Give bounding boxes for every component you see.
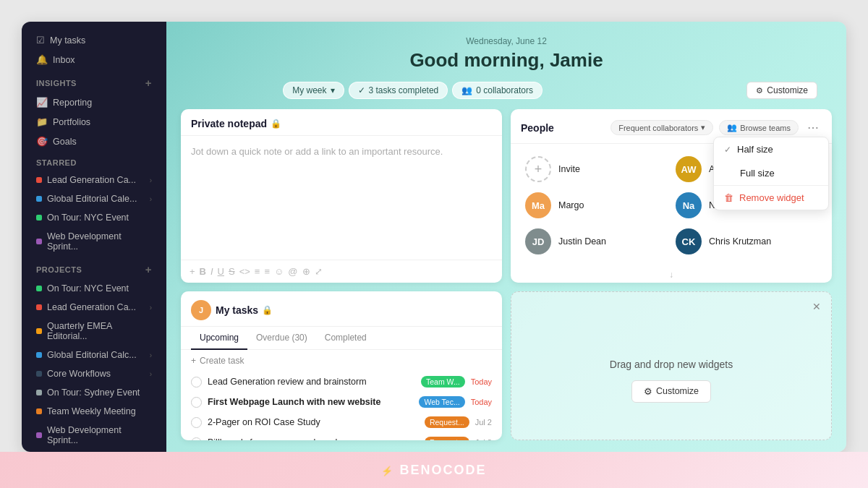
bottom-bar: ⚡ BENOCODE [0, 452, 868, 488]
task-checkbox[interactable] [191, 417, 202, 428]
task-name: Lead Generation review and brainstorm [208, 377, 415, 387]
bold-icon[interactable]: B [200, 266, 206, 277]
reporting-icon: 📈 [36, 97, 48, 108]
tab-completed[interactable]: Completed [316, 327, 375, 350]
sidebar-top: ☑ My tasks 🔔 Inbox Insights + 📈 Reportin… [22, 22, 166, 452]
beta-icon: ⚡ [381, 466, 394, 476]
sidebar-item-portfolios[interactable]: 📁 Portfolios [30, 114, 158, 130]
expand-icon[interactable]: ⤢ [315, 266, 323, 277]
code-icon[interactable]: <> [239, 266, 250, 277]
task-checkbox[interactable] [191, 377, 202, 388]
person-chris[interactable]: CK Chris Krutzman [671, 223, 822, 260]
notepad-card: Private notepad 🔒 Jot down a quick note … [181, 109, 502, 283]
avatar-justin: JD [525, 228, 551, 254]
close-drag-area-button[interactable]: ✕ [809, 298, 824, 315]
person-justin[interactable]: JD Justin Dean [521, 223, 671, 260]
table-row[interactable]: First Webpage Launch with new website We… [181, 392, 502, 412]
dropdown-half-size[interactable]: ✓ Half size [714, 137, 828, 161]
people-options-button[interactable]: ⋯ [804, 118, 822, 137]
sidebar-item-sydney[interactable]: On Tour: Sydney Event [30, 385, 158, 401]
projects-add-button[interactable]: + [145, 263, 152, 275]
browse-teams-pill[interactable]: 👥 Browse teams [719, 120, 799, 135]
tab-upcoming[interactable]: Upcoming [191, 327, 247, 350]
benocode-logo: ⚡ BENOCODE [381, 463, 486, 478]
task-name: Billboards for new season launch [208, 437, 419, 440]
week-selector[interactable]: My week ▾ [283, 82, 344, 99]
invite-item[interactable]: + Invite [521, 151, 671, 187]
insights-section-header: Insights + [30, 71, 158, 91]
sidebar-item-proj-lead[interactable]: Lead Generation Ca... › [30, 299, 158, 315]
tab-overdue[interactable]: Overdue (30) [247, 327, 316, 350]
bullet-list-icon[interactable]: ≡ [255, 266, 260, 277]
person-margo[interactable]: Ma Margo [521, 187, 671, 223]
task-checkbox[interactable] [191, 437, 202, 441]
table-row[interactable]: Billboards for new season launch Request… [181, 432, 502, 440]
task-tag: Web Tec... [419, 396, 464, 408]
sidebar-item-reporting[interactable]: 📈 Reporting [30, 94, 158, 111]
add-block-icon[interactable]: + [190, 266, 195, 277]
user-avatar: J [191, 300, 211, 320]
sidebar-item-proj-nyc[interactable]: On Tour: NYC Event [30, 281, 158, 296]
people-actions: Frequent collaborators ▾ 👥 Browse teams … [610, 118, 822, 137]
task-date: Jul 2 [475, 418, 492, 427]
task-tag: Request... [425, 437, 469, 440]
project-dot [36, 196, 42, 202]
create-task-button[interactable]: + Create task [181, 350, 502, 372]
sidebar-item-editorial[interactable]: Global Editorial Cale... › [30, 191, 158, 207]
collaborators-pill[interactable]: 👥 0 collaborators [452, 82, 542, 99]
task-checkbox[interactable] [191, 397, 202, 408]
tasks-completed-pill[interactable]: ✓ 3 tasks completed [349, 82, 448, 99]
main-content-grid: Private notepad 🔒 Jot down a quick note … [166, 109, 846, 452]
remove-icon: 🗑 [724, 192, 733, 203]
chevron-down-icon: ↓ [669, 270, 673, 280]
dropdown-remove-widget[interactable]: 🗑 Remove widget [714, 186, 828, 210]
people-title: People [521, 122, 554, 134]
app-wrapper: ☑ My tasks 🔔 Inbox Insights + 📈 Reportin… [22, 22, 846, 452]
tasks-list: Lead Generation review and brainstorm Te… [181, 372, 502, 440]
sidebar-item-team-weekly[interactable]: Team Weekly Meeting [30, 403, 158, 419]
sidebar-item-web-dev[interactable]: Web Development Sprint... [30, 228, 158, 254]
sidebar-item-quarterly[interactable]: Quarterly EMEA Editorial... [30, 318, 158, 344]
avatar-andrew: AW [676, 156, 702, 182]
tasks-tabs: Upcoming Overdue (30) Completed [181, 327, 502, 350]
plus-icon: + [191, 356, 196, 366]
person-name-margo: Margo [558, 200, 584, 210]
project-dot [36, 352, 42, 358]
notepad-toolbar: + B I U S <> ≡ ≡ ☺ @ ⊕ ⤢ [181, 260, 502, 283]
task-tag: Team W... [421, 376, 465, 388]
sidebar-item-web-sprint[interactable]: Web Development Sprint... [30, 422, 158, 448]
italic-icon[interactable]: I [210, 266, 213, 277]
people-dropdown-menu: ✓ Half size Full size 🗑 Remove widget [713, 137, 829, 210]
check-icon: ✓ [724, 145, 731, 155]
project-dot [36, 177, 42, 183]
task-name: 2-Pager on ROI Case Study [208, 417, 419, 427]
notepad-placeholder[interactable]: Jot down a quick note or add a link to a… [181, 136, 502, 167]
project-dot [36, 328, 42, 334]
invite-circle[interactable]: + [525, 156, 551, 182]
drag-drop-customize-button[interactable]: ⚙ Customize [631, 380, 711, 403]
sidebar-item-nyc-event[interactable]: On Tour: NYC Event [30, 210, 158, 226]
attach-icon[interactable]: ⊕ [302, 266, 310, 277]
table-row[interactable]: 2-Pager on ROI Case Study Request... Jul… [181, 412, 502, 432]
sidebar-item-core-workflows[interactable]: Core Workflows › [30, 366, 158, 382]
sidebar-item-lead-gen[interactable]: Lead Generation Ca... › [30, 172, 158, 188]
sidebar-item-my-tasks[interactable]: ☑ My tasks [30, 32, 158, 48]
sidebar-item-inbox[interactable]: 🔔 Inbox [30, 51, 158, 68]
sidebar: ☑ My tasks 🔔 Inbox Insights + 📈 Reportin… [22, 22, 166, 452]
notepad-title: Private notepad 🔒 [191, 118, 281, 129]
insights-add-button[interactable]: + [145, 77, 152, 89]
underline-icon[interactable]: U [218, 266, 224, 277]
sidebar-item-global-editorial[interactable]: Global Editorial Calc... › [30, 347, 158, 363]
emoji-icon[interactable]: ☺ [274, 266, 284, 277]
teams-icon: 👥 [727, 123, 737, 132]
customize-button[interactable]: ⚙ Customize [746, 82, 817, 99]
strikethrough-icon[interactable]: S [229, 266, 235, 277]
ordered-list-icon[interactable]: ≡ [264, 266, 270, 277]
table-row[interactable]: Lead Generation review and brainstorm Te… [181, 372, 502, 392]
dropdown-full-size[interactable]: Full size [714, 161, 828, 185]
sidebar-item-goals[interactable]: 🎯 Goals [30, 133, 158, 150]
check-icon: ☑ [36, 35, 45, 46]
task-date: Today [471, 398, 492, 406]
frequent-collaborators-pill[interactable]: Frequent collaborators ▾ [610, 120, 713, 135]
mention-icon[interactable]: @ [288, 266, 297, 277]
